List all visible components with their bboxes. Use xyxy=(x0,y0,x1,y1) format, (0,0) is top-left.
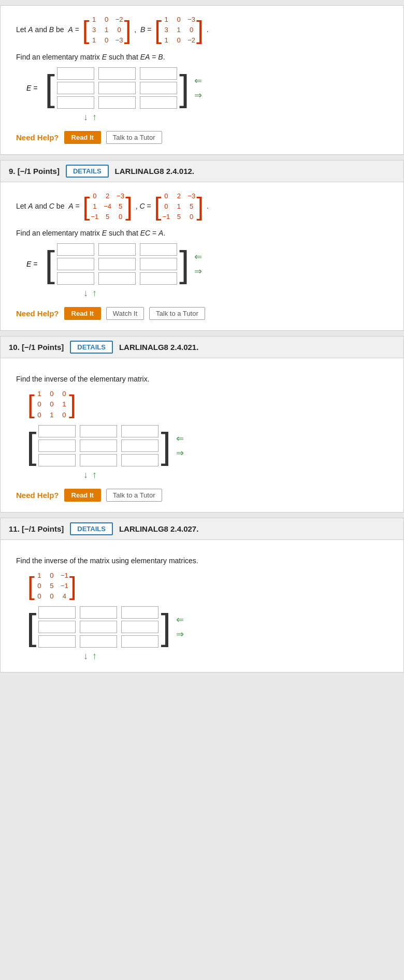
problem-body-8: Let A and B be A = [ 1 3 1 0 1 0 xyxy=(1,6,403,154)
up-down-8: ↓ ↑ xyxy=(83,112,388,123)
e9-r2c2[interactable] xyxy=(98,258,136,270)
e9-r1c1[interactable] xyxy=(57,243,94,256)
col-2: 2 −4 5 xyxy=(104,192,111,222)
e9-r3c3[interactable] xyxy=(140,272,177,285)
arrow-right-11[interactable]: ⇒ xyxy=(176,630,184,639)
e10-r3c3[interactable] xyxy=(121,454,158,466)
e9-r3c2[interactable] xyxy=(98,272,136,285)
input-row-2 xyxy=(38,440,158,452)
e8-r3c1[interactable] xyxy=(57,96,94,109)
talk-to-tutor-8[interactable]: Talk to a Tutor xyxy=(106,131,162,144)
e8-r3c2[interactable] xyxy=(98,96,136,109)
problem-card-8: Let A and B be A = [ 1 3 1 0 1 0 xyxy=(0,5,404,155)
bracket-left-input: [ xyxy=(26,428,36,464)
up-down-11: ↓ ↑ xyxy=(83,651,388,662)
bracket-right: ] xyxy=(196,194,204,220)
col-2: 0 5 0 xyxy=(48,571,55,602)
bracket-left-input: [ xyxy=(45,70,54,106)
e9-r1c3[interactable] xyxy=(140,243,177,256)
watch-it-9[interactable]: Watch It xyxy=(106,307,144,320)
e10-r2c3[interactable] xyxy=(121,440,158,452)
input-matrix-wrap-11: [ xyxy=(26,606,388,648)
problem-number-9: 9. [−/1 Points] xyxy=(9,167,60,175)
e8-r2c2[interactable] xyxy=(98,82,136,94)
comma-b-equals: , B = xyxy=(134,25,151,34)
problem-card-9: 9. [−/1 Points] DETAILS LARLINALG8 2.4.0… xyxy=(0,160,404,331)
let-a-c-text: Let A and C be A = xyxy=(16,202,80,210)
talk-to-tutor-9[interactable]: Talk to a Tutor xyxy=(149,307,205,320)
col-1: 1 3 1 xyxy=(163,15,170,46)
find-text-11: Find the inverse of the matrix using ele… xyxy=(16,557,388,565)
arrow-col-9: ⇐ ⇒ xyxy=(194,252,202,276)
details-btn-10[interactable]: DETAILS xyxy=(70,341,113,354)
down-arrow-9[interactable]: ↓ xyxy=(83,288,88,299)
read-it-10[interactable]: Read It xyxy=(64,489,101,502)
e9-r2c1[interactable] xyxy=(57,258,94,270)
col-2: 0 0 1 xyxy=(48,389,55,420)
arrow-right-9[interactable]: ⇒ xyxy=(194,267,202,276)
col-1: 0 0 −1 xyxy=(163,192,170,222)
e10-r3c1[interactable] xyxy=(38,454,76,466)
problem-id-11: LARLINALG8 2.4.027. xyxy=(119,524,198,533)
col-3: −3 5 0 xyxy=(117,192,124,222)
e11-r3c2[interactable] xyxy=(80,635,117,648)
e11-r3c1[interactable] xyxy=(38,635,76,648)
e10-r2c1[interactable] xyxy=(38,440,76,452)
e8-r3c3[interactable] xyxy=(140,96,177,109)
arrow-right-8[interactable]: ⇒ xyxy=(194,91,202,100)
col-1: 0 1 −1 xyxy=(91,192,98,222)
given-matrix-wrap-11: [ 1 0 0 0 5 0 −1 −1 4 xyxy=(26,571,388,602)
arrow-left-11[interactable]: ⇐ xyxy=(176,615,184,624)
e8-r2c1[interactable] xyxy=(57,82,94,94)
arrow-left-9[interactable]: ⇐ xyxy=(194,252,202,261)
input-row-1 xyxy=(38,606,158,619)
input-row-3 xyxy=(57,272,177,285)
e8-r1c2[interactable] xyxy=(98,67,136,80)
details-btn-11[interactable]: DETAILS xyxy=(70,522,113,535)
problem-8-description: Let A and B be A = [ 1 3 1 0 1 0 xyxy=(16,15,388,46)
down-arrow-11[interactable]: ↓ xyxy=(83,651,88,662)
e10-r1c1[interactable] xyxy=(38,425,76,437)
e10-r3c2[interactable] xyxy=(80,454,117,466)
e11-r2c2[interactable] xyxy=(80,621,117,633)
e11-r2c3[interactable] xyxy=(121,621,158,633)
e10-r1c3[interactable] xyxy=(121,425,158,437)
e9-r2c3[interactable] xyxy=(140,258,177,270)
e11-r1c1[interactable] xyxy=(38,606,76,619)
e10-r2c2[interactable] xyxy=(80,440,117,452)
up-arrow-11[interactable]: ↑ xyxy=(92,651,97,662)
e11-r1c2[interactable] xyxy=(80,606,117,619)
e8-r2c3[interactable] xyxy=(140,82,177,94)
col-3: −3 0 −2 xyxy=(187,15,195,46)
read-it-8[interactable]: Read It xyxy=(64,131,101,144)
up-down-9: ↓ ↑ xyxy=(83,288,388,299)
e11-r1c3[interactable] xyxy=(121,606,158,619)
e11-r2c1[interactable] xyxy=(38,621,76,633)
input-row-2 xyxy=(38,621,158,633)
find-text-10: Find the inverse of the elementary matri… xyxy=(16,375,388,383)
col-3: −3 5 0 xyxy=(187,192,195,222)
up-arrow-8[interactable]: ↑ xyxy=(92,112,97,123)
e-label-9: E = xyxy=(26,260,37,268)
need-help-label-9: Need Help? xyxy=(16,309,59,318)
e9-r1c2[interactable] xyxy=(98,243,136,256)
read-it-9[interactable]: Read It xyxy=(64,307,101,320)
matrix-A-9: [ 0 1 −1 2 −4 5 −3 5 0 xyxy=(83,192,133,222)
arrow-left-10[interactable]: ⇐ xyxy=(176,434,184,443)
arrow-right-10[interactable]: ⇒ xyxy=(176,448,184,458)
e11-r3c3[interactable] xyxy=(121,635,158,648)
need-help-label-10: Need Help? xyxy=(16,491,59,500)
need-help-8: Need Help? Read It Talk to a Tutor xyxy=(16,131,388,144)
details-btn-9[interactable]: DETAILS xyxy=(66,165,109,178)
bracket-right-input: ] xyxy=(179,246,189,282)
up-arrow-9[interactable]: ↑ xyxy=(92,288,97,299)
up-arrow-10[interactable]: ↑ xyxy=(92,470,97,480)
e10-r1c2[interactable] xyxy=(80,425,117,437)
e8-r1c1[interactable] xyxy=(57,67,94,80)
e9-r3c1[interactable] xyxy=(57,272,94,285)
arrow-left-8[interactable]: ⇐ xyxy=(194,76,202,85)
down-arrow-10[interactable]: ↓ xyxy=(83,470,88,480)
down-arrow-8[interactable]: ↓ xyxy=(83,112,88,123)
e8-r1c3[interactable] xyxy=(140,67,177,80)
talk-to-tutor-10[interactable]: Talk to a Tutor xyxy=(106,489,162,502)
